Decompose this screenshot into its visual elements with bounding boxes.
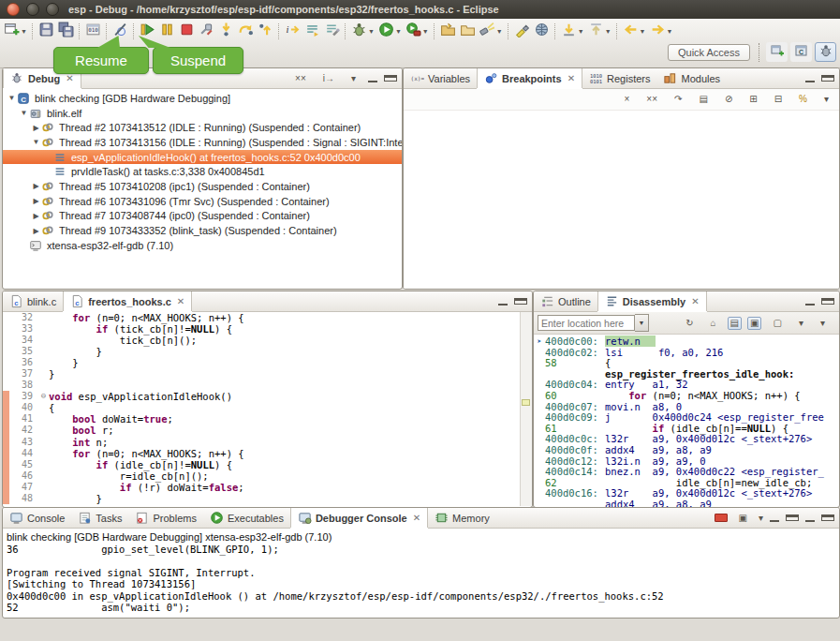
toolbar-button-search-flashlight[interactable]: ▼ <box>478 22 505 41</box>
view-menu-button[interactable]: ▾ <box>793 318 809 329</box>
tree-row[interactable]: ▶Thread #2 1073413512 (IDLE : Running) (… <box>3 120 402 135</box>
toolbar-button-save-all[interactable] <box>56 22 76 41</box>
maximize-button[interactable] <box>384 75 397 82</box>
view-menu-button[interactable]: ▾ <box>818 94 834 105</box>
location-input[interactable] <box>538 315 635 331</box>
tab-tasks[interactable]: Tasks <box>71 508 128 528</box>
expander-icon[interactable]: ▼ <box>19 109 29 117</box>
remove-all-terminated-button[interactable]: ×× <box>289 73 312 84</box>
go-to-file-for-breakpoint-button[interactable]: ▤ <box>693 94 713 105</box>
tab-console[interactable]: Console <box>3 508 71 528</box>
track-expression-button[interactable]: ▣ <box>747 317 761 330</box>
close-icon[interactable]: ✕ <box>177 296 184 306</box>
dropdown-arrow-icon[interactable]: ▼ <box>640 28 646 35</box>
expander-icon[interactable]: ▼ <box>7 94 17 102</box>
toolbar-button-open-resource-folder[interactable] <box>458 22 478 41</box>
quick-access-button[interactable]: Quick Access <box>668 44 750 61</box>
toolbar-button-debug[interactable]: ▼ <box>349 22 376 41</box>
tree-row[interactable]: prvIdleTask() at tasks.c:3,338 0x400845d… <box>3 164 402 179</box>
close-icon[interactable]: ✕ <box>567 73 575 83</box>
display-selected-console-button[interactable]: ▣ <box>733 513 753 524</box>
sync-with-active-context-button[interactable]: ↻ <box>680 318 699 329</box>
toolbar-button-step-return[interactable] <box>256 22 275 41</box>
view-menu-button[interactable]: ▾ <box>346 73 361 84</box>
tree-row[interactable]: ▶Thread #6 1073431096 (Tmr Svc) (Suspend… <box>3 194 402 209</box>
toolbar-button-debug-configurations[interactable] <box>322 22 342 41</box>
show-source-button[interactable]: ▤ <box>728 317 742 330</box>
tree-row[interactable]: ▼blink.elf <box>3 106 402 121</box>
maximize-button[interactable] <box>821 298 834 305</box>
overview-ruler[interactable] <box>520 312 532 506</box>
toolbar-button-suspend[interactable] <box>157 22 177 41</box>
expand-all-button[interactable]: ⊞ <box>744 94 762 105</box>
code-editor[interactable]: 32 for (n=0; n<MAX_HOOKS; n++) {33 if (t… <box>3 312 532 506</box>
tab-modules[interactable]: Modules <box>656 68 727 88</box>
dropdown-arrow-icon[interactable]: ▼ <box>605 28 612 35</box>
fold-marker[interactable]: ⊖ <box>38 391 49 402</box>
remove-selected-breakpoints-button[interactable]: × <box>619 94 636 105</box>
tree-row[interactable]: esp_vApplicationIdleHook() at freertos_h… <box>3 150 402 165</box>
minimize-button[interactable] <box>804 514 816 522</box>
toolbar-button-instruction-stepping[interactable]: i <box>283 22 302 41</box>
tree-row[interactable]: ▼Thread #3 1073413156 (IDLE : Running) (… <box>3 135 402 150</box>
perspective-button-open-perspective[interactable] <box>766 42 788 62</box>
minimize-button[interactable] <box>497 298 508 306</box>
view-menu-button[interactable]: ▾ <box>815 318 831 329</box>
window-minimize-button[interactable] <box>26 3 39 16</box>
go-home-button[interactable]: ⌂ <box>705 318 722 329</box>
tab-debugger-console[interactable]: Debugger Console✕ <box>290 508 428 528</box>
console-content[interactable]: blink checking [GDB Hardware Debugging] … <box>3 529 839 613</box>
minimize-button[interactable] <box>804 75 816 82</box>
tree-row[interactable]: ▼Cblink checking [GDB Hardware Debugging… <box>3 91 402 106</box>
tab-problems[interactable]: Problems <box>128 508 202 528</box>
close-icon[interactable]: ✕ <box>413 513 420 523</box>
perspective-button-debug-perspective[interactable] <box>815 42 836 62</box>
instruction-stepping-mode-button[interactable]: i→ <box>317 73 340 84</box>
toolbar-button-run[interactable]: ▼ <box>376 22 404 41</box>
skip-all-breakpoints-button[interactable]: ⊘ <box>719 94 738 105</box>
remove-all-breakpoints-button[interactable]: ×× <box>641 94 663 105</box>
perspective-button-cpp-perspective[interactable]: C <box>790 42 812 62</box>
toolbar-button-show-debug-elements[interactable] <box>302 22 322 41</box>
toolbar-button-new-wizard[interactable]: ▼ <box>2 22 29 41</box>
tab-executables[interactable]: Executables <box>203 508 290 528</box>
toolbar-button-step-into[interactable] <box>216 22 236 41</box>
toolbar-button-skip-all-breakpoints[interactable] <box>111 22 130 41</box>
expander-icon[interactable]: ▶ <box>31 197 41 205</box>
tree-row[interactable]: ▶Thread #9 1073433352 (blink_task) (Susp… <box>3 223 402 238</box>
toolbar-button-back-history[interactable]: ▼ <box>621 22 648 41</box>
window-maximize-button[interactable] <box>46 3 59 16</box>
close-icon[interactable]: ✕ <box>691 296 699 306</box>
maximize-button[interactable] <box>786 514 799 521</box>
dropdown-arrow-icon[interactable]: ▼ <box>496 28 503 35</box>
toolbar-button-previous-annotation[interactable]: ▼ <box>586 22 613 41</box>
dropdown-arrow-icon[interactable]: ▼ <box>667 28 673 35</box>
tab-disassembly[interactable]: Disassembly✕ <box>597 291 707 311</box>
toolbar-button-open-element-folder[interactable] <box>438 22 458 41</box>
tree-row[interactable]: ▶Thread #7 1073408744 (ipc0) (Suspended … <box>3 209 402 224</box>
annotation-marker[interactable] <box>522 399 530 406</box>
tab-freertos-hooks-c[interactable]: cfreertos_hooks.c✕ <box>63 291 192 311</box>
maximize-button[interactable] <box>821 514 834 521</box>
toolbar-button-mark-occurrences[interactable] <box>512 22 532 41</box>
toolbar-button-save[interactable] <box>37 22 56 41</box>
toolbar-button-forward-history[interactable]: ▼ <box>648 22 675 41</box>
show-breakpoints-supported-button[interactable]: ↷ <box>669 94 687 105</box>
minimize-button[interactable] <box>367 75 378 82</box>
minimize-button[interactable] <box>769 514 780 522</box>
maximize-button[interactable] <box>514 298 527 305</box>
group-by-button[interactable]: % <box>793 94 813 105</box>
expander-icon[interactable]: ▶ <box>31 124 41 132</box>
tab-blink-c[interactable]: cblink.c <box>3 291 63 311</box>
maximize-button[interactable] <box>821 75 834 82</box>
dropdown-arrow-icon[interactable]: ▾ <box>759 514 763 523</box>
dropdown-arrow-icon[interactable]: ▼ <box>395 28 402 35</box>
toolbar-button-external-tools[interactable]: ▼ <box>404 22 431 41</box>
toolbar-button-disconnect[interactable] <box>197 22 216 41</box>
dropdown-arrow-icon[interactable]: ▼ <box>578 28 584 35</box>
toolbar-button-terminate[interactable] <box>177 22 197 41</box>
toolbar-button-build-binary[interactable]: 010 <box>83 22 103 41</box>
minimize-button[interactable] <box>804 298 816 306</box>
terminate-button[interactable] <box>715 514 728 522</box>
tree-row[interactable]: xtensa-esp32-elf-gdb (7.10) <box>3 238 402 253</box>
